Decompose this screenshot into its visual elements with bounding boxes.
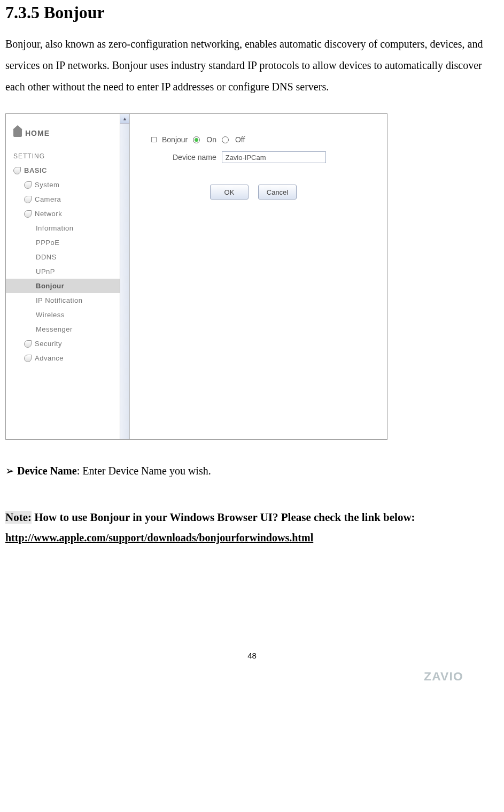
nav-pppoe-label: PPPoE xyxy=(36,239,59,247)
nav-wireless[interactable]: Wireless xyxy=(6,308,129,322)
nav-system[interactable]: System xyxy=(6,178,129,192)
bullet-text: : Enter Device Name you wish. xyxy=(77,465,211,477)
main-panel: Bonjour On Off Device name OK Cancel xyxy=(130,114,387,439)
note-line: Note: How to use Bonjour in your Windows… xyxy=(5,506,499,528)
folder-icon xyxy=(24,355,32,362)
sidebar-scrollbar[interactable]: ▲ xyxy=(120,114,129,439)
nav-messenger-label: Messenger xyxy=(36,325,73,333)
device-name-label: Device name xyxy=(173,153,216,162)
nav-system-label: System xyxy=(35,181,59,189)
nav-bonjour[interactable]: Bonjour xyxy=(6,279,129,293)
nav-home-label: HOME xyxy=(25,129,50,137)
nav-security[interactable]: Security xyxy=(6,336,129,351)
cancel-button[interactable]: Cancel xyxy=(258,185,297,200)
nav-basic-label: BASIC xyxy=(24,166,47,174)
scroll-up-icon[interactable]: ▲ xyxy=(120,114,129,124)
nav-network[interactable]: Network xyxy=(6,206,129,221)
nav-ipnotification[interactable]: IP Notification xyxy=(6,293,129,308)
nav-security-label: Security xyxy=(35,340,62,348)
radio-on[interactable] xyxy=(193,136,200,143)
folder-icon xyxy=(24,340,32,348)
bonjour-toggle-row: Bonjour On Off xyxy=(151,135,376,144)
page-footer: 48 ZAVIO xyxy=(5,651,499,694)
folder-icon xyxy=(24,210,32,218)
folder-icon xyxy=(24,181,32,189)
device-name-row: Device name xyxy=(173,151,376,163)
nav-upnp[interactable]: UPnP xyxy=(6,264,129,279)
form-buttons: OK Cancel xyxy=(210,185,376,200)
folder-icon xyxy=(24,196,32,203)
bonjour-link[interactable]: http://www.apple.com/support/downloads/b… xyxy=(5,532,499,544)
nav-advance-label: Advance xyxy=(35,354,64,362)
note-prefix: Note: xyxy=(5,511,32,524)
nav-information-label: Information xyxy=(36,224,74,232)
note-text: How to use Bonjour in your Windows Brows… xyxy=(32,511,415,524)
radio-on-label: On xyxy=(206,135,216,144)
nav-setting-header: SETTING xyxy=(6,141,129,163)
nav-ddns-label: DDNS xyxy=(36,253,57,261)
page-number: 48 xyxy=(5,651,499,660)
nav-advance[interactable]: Advance xyxy=(6,351,129,365)
nav-messenger[interactable]: Messenger xyxy=(6,322,129,336)
nav-camera[interactable]: Camera xyxy=(6,192,129,206)
radio-off-label: Off xyxy=(235,135,245,144)
folder-icon xyxy=(13,167,21,174)
nav-basic[interactable]: BASIC xyxy=(6,163,129,178)
nav-upnp-label: UPnP xyxy=(36,267,55,275)
ok-button[interactable]: OK xyxy=(210,185,249,200)
nav-camera-label: Camera xyxy=(35,195,61,203)
bullet-label: Device Name xyxy=(17,465,77,477)
nav-home[interactable]: HOME xyxy=(6,114,129,141)
screenshot-embedded-ui: HOME SETTING BASIC System Camera Network… xyxy=(5,113,387,440)
bonjour-label: Bonjour xyxy=(162,135,188,144)
home-icon xyxy=(13,129,22,137)
nav-menu: BASIC System Camera Network Information … xyxy=(6,163,129,365)
section-heading: 7.3.5 Bonjour xyxy=(5,3,499,22)
nav-network-label: Network xyxy=(35,210,62,218)
nav-bonjour-label: Bonjour xyxy=(36,282,64,290)
device-name-input[interactable] xyxy=(222,151,326,163)
svg-text:ZAVIO: ZAVIO xyxy=(424,669,463,683)
nav-information[interactable]: Information xyxy=(6,221,129,235)
nav-ipnotification-label: IP Notification xyxy=(36,296,82,304)
square-bullet-icon xyxy=(151,137,157,142)
arrow-icon: ➢ xyxy=(5,465,14,477)
radio-off[interactable] xyxy=(222,136,229,143)
sidebar: HOME SETTING BASIC System Camera Network… xyxy=(6,114,130,439)
device-name-bullet: ➢ Device Name: Enter Device Name you wis… xyxy=(5,461,499,480)
section-body: Bonjour, also known as zero-configuratio… xyxy=(5,33,499,97)
nav-pppoe[interactable]: PPPoE xyxy=(6,235,129,250)
brand-logo: ZAVIO xyxy=(424,668,488,684)
nav-ddns[interactable]: DDNS xyxy=(6,250,129,264)
nav-wireless-label: Wireless xyxy=(36,311,65,319)
